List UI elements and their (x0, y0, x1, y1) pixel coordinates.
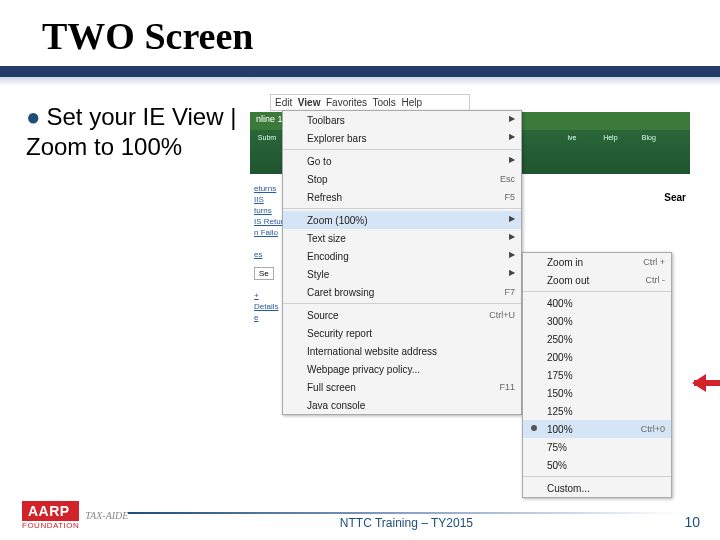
menu-item[interactable]: 250% (523, 330, 671, 348)
red-arrow-callout (694, 376, 720, 390)
ie-screenshot: Edit View Favorites Tools Help nline 13 … (250, 94, 690, 426)
aarp-logo: AARP FOUNDATION TAX-AIDE (22, 501, 128, 530)
footer-text: NTTC Training – TY2015 (128, 512, 684, 530)
menu-item[interactable]: Java console (283, 396, 521, 414)
menu-item[interactable]: RefreshF5 (283, 188, 521, 206)
search-button[interactable]: Se (254, 267, 274, 280)
menu-item[interactable]: 200% (523, 348, 671, 366)
slide-footer: AARP FOUNDATION TAX-AIDE NTTC Training –… (22, 501, 700, 530)
menu-item[interactable]: International website address (283, 342, 521, 360)
menu-item[interactable]: Caret browsingF7 (283, 283, 521, 301)
menu-item[interactable]: Style▶ (283, 265, 521, 283)
menu-item[interactable]: Custom... (523, 479, 671, 497)
view-menu[interactable]: Toolbars▶Explorer bars▶Go to▶StopEscRefr… (282, 110, 522, 415)
menu-item[interactable]: StopEsc (283, 170, 521, 188)
menu-item[interactable]: Zoom outCtrl - (523, 271, 671, 289)
menu-item[interactable]: 400% (523, 294, 671, 312)
menu-item[interactable]: Encoding▶ (283, 247, 521, 265)
ie-menubar: Edit View Favorites Tools Help (270, 94, 470, 111)
menu-item[interactable]: Webpage privacy policy... (283, 360, 521, 378)
menu-item[interactable]: 50% (523, 456, 671, 474)
title-divider (0, 66, 720, 86)
menu-item[interactable]: Toolbars▶ (283, 111, 521, 129)
menu-item[interactable]: SourceCtrl+U (283, 306, 521, 324)
menu-item[interactable]: Security report (283, 324, 521, 342)
menu-item[interactable]: Full screenF11 (283, 378, 521, 396)
menu-item[interactable]: 150% (523, 384, 671, 402)
menu-item[interactable]: Zoom inCtrl + (523, 253, 671, 271)
menu-item[interactable]: 125% (523, 402, 671, 420)
zoom-submenu[interactable]: Zoom inCtrl +Zoom outCtrl -400%300%250%2… (522, 252, 672, 498)
menu-item[interactable]: Explorer bars▶ (283, 129, 521, 147)
bullet-text: ●Set your IE View | Zoom to 100% (26, 94, 256, 426)
menu-item[interactable]: 175% (523, 366, 671, 384)
menu-item[interactable]: 300% (523, 312, 671, 330)
menu-item[interactable]: Text size▶ (283, 229, 521, 247)
menu-item[interactable]: Go to▶ (283, 152, 521, 170)
page-number: 10 (684, 514, 700, 530)
menu-item[interactable]: 75% (523, 438, 671, 456)
menu-item[interactable]: Zoom (100%)▶ (283, 211, 521, 229)
search-label: Sear (664, 192, 686, 203)
menu-item[interactable]: 100%Ctrl+0 (523, 420, 671, 438)
slide-title: TWO Screen (0, 0, 720, 62)
